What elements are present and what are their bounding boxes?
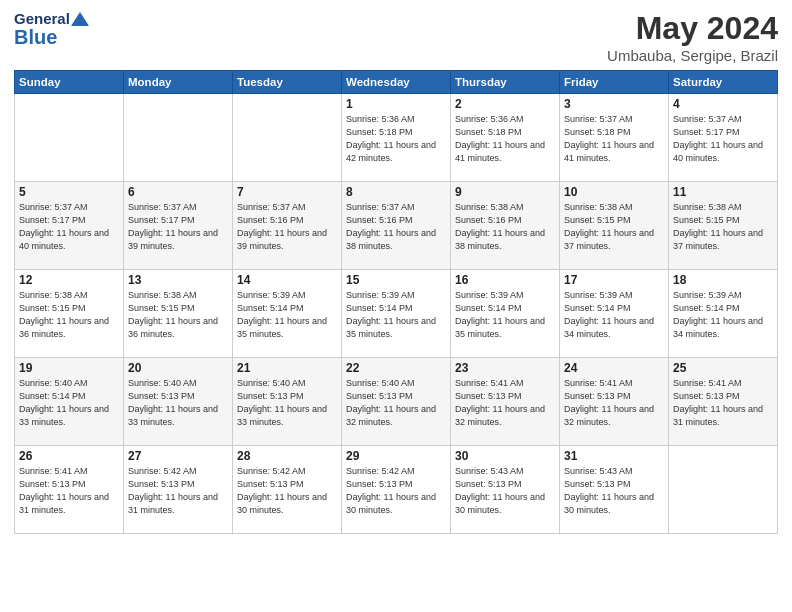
day-number: 24 (564, 361, 664, 375)
daylight-text: Daylight: 11 hours and 33 minutes. (128, 404, 218, 427)
daylight-text: Daylight: 11 hours and 36 minutes. (19, 316, 109, 339)
day-info: Sunrise: 5:37 AMSunset: 5:17 PMDaylight:… (128, 201, 228, 253)
calendar-cell-2-5: 9Sunrise: 5:38 AMSunset: 5:16 PMDaylight… (451, 182, 560, 270)
day-info: Sunrise: 5:37 AMSunset: 5:16 PMDaylight:… (237, 201, 337, 253)
day-info: Sunrise: 5:38 AMSunset: 5:15 PMDaylight:… (19, 289, 119, 341)
sunset-text: Sunset: 5:13 PM (455, 479, 522, 489)
calendar-cell-4-7: 25Sunrise: 5:41 AMSunset: 5:13 PMDayligh… (669, 358, 778, 446)
day-number: 30 (455, 449, 555, 463)
sunset-text: Sunset: 5:14 PM (455, 303, 522, 313)
day-number: 25 (673, 361, 773, 375)
day-number: 28 (237, 449, 337, 463)
day-number: 6 (128, 185, 228, 199)
calendar-week-3: 12Sunrise: 5:38 AMSunset: 5:15 PMDayligh… (15, 270, 778, 358)
daylight-text: Daylight: 11 hours and 37 minutes. (564, 228, 654, 251)
day-info: Sunrise: 5:39 AMSunset: 5:14 PMDaylight:… (455, 289, 555, 341)
calendar-cell-2-6: 10Sunrise: 5:38 AMSunset: 5:15 PMDayligh… (560, 182, 669, 270)
day-info: Sunrise: 5:38 AMSunset: 5:15 PMDaylight:… (564, 201, 664, 253)
calendar-cell-2-2: 6Sunrise: 5:37 AMSunset: 5:17 PMDaylight… (124, 182, 233, 270)
calendar-header-friday: Friday (560, 71, 669, 94)
day-number: 26 (19, 449, 119, 463)
day-info: Sunrise: 5:38 AMSunset: 5:15 PMDaylight:… (128, 289, 228, 341)
sunrise-text: Sunrise: 5:38 AM (128, 290, 197, 300)
daylight-text: Daylight: 11 hours and 38 minutes. (455, 228, 545, 251)
page: General Blue May 2024 Umbauba, Sergipe, … (0, 0, 792, 612)
daylight-text: Daylight: 11 hours and 32 minutes. (455, 404, 545, 427)
sunset-text: Sunset: 5:17 PM (128, 215, 195, 225)
sunrise-text: Sunrise: 5:41 AM (19, 466, 88, 476)
daylight-text: Daylight: 11 hours and 30 minutes. (564, 492, 654, 515)
daylight-text: Daylight: 11 hours and 34 minutes. (673, 316, 763, 339)
sunrise-text: Sunrise: 5:39 AM (455, 290, 524, 300)
day-number: 23 (455, 361, 555, 375)
daylight-text: Daylight: 11 hours and 35 minutes. (455, 316, 545, 339)
daylight-text: Daylight: 11 hours and 32 minutes. (346, 404, 436, 427)
sunrise-text: Sunrise: 5:40 AM (237, 378, 306, 388)
day-number: 27 (128, 449, 228, 463)
day-number: 29 (346, 449, 446, 463)
sunset-text: Sunset: 5:16 PM (237, 215, 304, 225)
calendar-week-4: 19Sunrise: 5:40 AMSunset: 5:14 PMDayligh… (15, 358, 778, 446)
sunrise-text: Sunrise: 5:40 AM (19, 378, 88, 388)
daylight-text: Daylight: 11 hours and 39 minutes. (237, 228, 327, 251)
day-info: Sunrise: 5:42 AMSunset: 5:13 PMDaylight:… (237, 465, 337, 517)
calendar-week-2: 5Sunrise: 5:37 AMSunset: 5:17 PMDaylight… (15, 182, 778, 270)
sunset-text: Sunset: 5:14 PM (346, 303, 413, 313)
sunrise-text: Sunrise: 5:38 AM (564, 202, 633, 212)
day-info: Sunrise: 5:37 AMSunset: 5:17 PMDaylight:… (19, 201, 119, 253)
day-number: 15 (346, 273, 446, 287)
sunrise-text: Sunrise: 5:37 AM (673, 114, 742, 124)
calendar-header-wednesday: Wednesday (342, 71, 451, 94)
day-info: Sunrise: 5:37 AMSunset: 5:18 PMDaylight:… (564, 113, 664, 165)
sunrise-text: Sunrise: 5:38 AM (19, 290, 88, 300)
calendar-cell-1-7: 4Sunrise: 5:37 AMSunset: 5:17 PMDaylight… (669, 94, 778, 182)
calendar-header-sunday: Sunday (15, 71, 124, 94)
daylight-text: Daylight: 11 hours and 34 minutes. (564, 316, 654, 339)
sunset-text: Sunset: 5:14 PM (19, 391, 86, 401)
day-info: Sunrise: 5:42 AMSunset: 5:13 PMDaylight:… (128, 465, 228, 517)
sunrise-text: Sunrise: 5:42 AM (346, 466, 415, 476)
calendar-cell-2-7: 11Sunrise: 5:38 AMSunset: 5:15 PMDayligh… (669, 182, 778, 270)
calendar-cell-4-2: 20Sunrise: 5:40 AMSunset: 5:13 PMDayligh… (124, 358, 233, 446)
svg-marker-0 (71, 12, 89, 26)
day-info: Sunrise: 5:40 AMSunset: 5:13 PMDaylight:… (237, 377, 337, 429)
day-info: Sunrise: 5:41 AMSunset: 5:13 PMDaylight:… (455, 377, 555, 429)
sunset-text: Sunset: 5:13 PM (455, 391, 522, 401)
sunrise-text: Sunrise: 5:37 AM (346, 202, 415, 212)
daylight-text: Daylight: 11 hours and 32 minutes. (564, 404, 654, 427)
daylight-text: Daylight: 11 hours and 33 minutes. (237, 404, 327, 427)
calendar-cell-2-3: 7Sunrise: 5:37 AMSunset: 5:16 PMDaylight… (233, 182, 342, 270)
calendar-header-tuesday: Tuesday (233, 71, 342, 94)
day-number: 22 (346, 361, 446, 375)
sunset-text: Sunset: 5:16 PM (346, 215, 413, 225)
calendar-cell-1-3 (233, 94, 342, 182)
sunrise-text: Sunrise: 5:41 AM (673, 378, 742, 388)
sunset-text: Sunset: 5:13 PM (237, 391, 304, 401)
calendar-cell-1-5: 2Sunrise: 5:36 AMSunset: 5:18 PMDaylight… (451, 94, 560, 182)
day-info: Sunrise: 5:37 AMSunset: 5:16 PMDaylight:… (346, 201, 446, 253)
page-title: May 2024 (607, 10, 778, 47)
day-info: Sunrise: 5:36 AMSunset: 5:18 PMDaylight:… (455, 113, 555, 165)
calendar-cell-5-6: 31Sunrise: 5:43 AMSunset: 5:13 PMDayligh… (560, 446, 669, 534)
calendar-cell-4-3: 21Sunrise: 5:40 AMSunset: 5:13 PMDayligh… (233, 358, 342, 446)
day-info: Sunrise: 5:39 AMSunset: 5:14 PMDaylight:… (237, 289, 337, 341)
calendar-cell-3-3: 14Sunrise: 5:39 AMSunset: 5:14 PMDayligh… (233, 270, 342, 358)
sunset-text: Sunset: 5:18 PM (455, 127, 522, 137)
day-info: Sunrise: 5:41 AMSunset: 5:13 PMDaylight:… (19, 465, 119, 517)
sunrise-text: Sunrise: 5:39 AM (673, 290, 742, 300)
daylight-text: Daylight: 11 hours and 30 minutes. (346, 492, 436, 515)
day-number: 11 (673, 185, 773, 199)
title-block: May 2024 Umbauba, Sergipe, Brazil (607, 10, 778, 64)
calendar-header-row: SundayMondayTuesdayWednesdayThursdayFrid… (15, 71, 778, 94)
sunrise-text: Sunrise: 5:38 AM (673, 202, 742, 212)
calendar-week-5: 26Sunrise: 5:41 AMSunset: 5:13 PMDayligh… (15, 446, 778, 534)
sunset-text: Sunset: 5:17 PM (673, 127, 740, 137)
day-number: 8 (346, 185, 446, 199)
sunset-text: Sunset: 5:13 PM (237, 479, 304, 489)
daylight-text: Daylight: 11 hours and 33 minutes. (19, 404, 109, 427)
day-info: Sunrise: 5:40 AMSunset: 5:13 PMDaylight:… (346, 377, 446, 429)
calendar-cell-4-1: 19Sunrise: 5:40 AMSunset: 5:14 PMDayligh… (15, 358, 124, 446)
sunset-text: Sunset: 5:14 PM (673, 303, 740, 313)
daylight-text: Daylight: 11 hours and 30 minutes. (237, 492, 327, 515)
calendar-cell-3-7: 18Sunrise: 5:39 AMSunset: 5:14 PMDayligh… (669, 270, 778, 358)
